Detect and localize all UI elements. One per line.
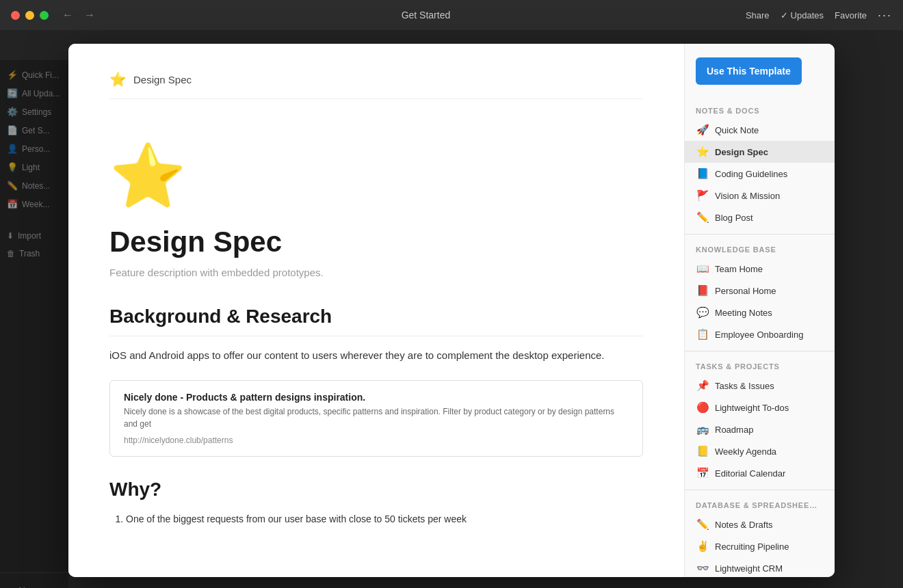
maximize-button[interactable]	[40, 11, 49, 20]
weeklyagenda-icon: 📒	[696, 445, 709, 457]
favorite-button[interactable]: Favorite	[835, 10, 867, 21]
template-item-notesdrafts[interactable]: ✏️ Notes & Drafts	[685, 513, 835, 535]
divider-3	[685, 490, 835, 490]
template-item-label-vision: Vision & Mission	[715, 191, 780, 201]
template-item-quicknote[interactable]: 🚀 Quick Note	[685, 119, 835, 141]
close-button[interactable]	[11, 11, 20, 20]
template-item-label-personalhome: Personal Home	[715, 286, 776, 296]
blogpost-icon: ✏️	[696, 211, 709, 224]
designspec-icon: ⭐	[696, 146, 709, 158]
template-item-designspec[interactable]: ⭐ Design Spec	[685, 141, 835, 163]
personalhome-icon: 📕	[696, 284, 709, 297]
minimize-button[interactable]	[25, 11, 34, 20]
link-card-title: Nicely done - Products & pattern designs…	[124, 392, 629, 403]
doc-main-icon: ⭐	[109, 140, 643, 212]
section-title-why: Why?	[109, 479, 643, 500]
recruitingpipeline-icon: ✌️	[696, 540, 709, 552]
template-item-label-designspec: Design Spec	[715, 147, 768, 157]
template-item-tasksissues[interactable]: 📌 Tasks & Issues	[685, 375, 835, 397]
more-button[interactable]: ···	[878, 8, 892, 23]
template-item-label-weeklyagenda: Weekly Agenda	[715, 446, 776, 457]
template-item-recruitingpipeline[interactable]: ✌️ Recruiting Pipeline	[685, 535, 835, 557]
template-item-label-recruitingpipeline: Recruiting Pipeline	[715, 542, 789, 552]
modal-doc-header: ⭐ Design Spec	[109, 71, 643, 99]
modal-sidebar: Use This Template NOTES & DOCS 🚀 Quick N…	[684, 44, 835, 577]
template-item-label-lightweighttodos: Lightweight To-dos	[715, 403, 789, 413]
template-item-label-employeeonboarding: Employee Onboarding	[715, 330, 803, 340]
roadmap-icon: 🚌	[696, 423, 709, 436]
template-section-kb: KNOWLEDGE BASE	[685, 240, 835, 258]
template-item-label-quicknote: Quick Note	[715, 125, 759, 135]
titlebar: ← → Get Started Share ✓ Updates Favorite…	[0, 0, 903, 30]
template-item-personalhome[interactable]: 📕 Personal Home	[685, 280, 835, 302]
link-card[interactable]: Nicely done - Products & pattern designs…	[109, 380, 643, 457]
template-item-editorialcalendar[interactable]: 📅 Editorial Calendar	[685, 462, 835, 484]
link-card-desc: Nicely done is a showcase of the best di…	[124, 405, 629, 430]
doc-subtitle: Feature description with embedded protot…	[109, 267, 643, 278]
template-section-notes-docs: NOTES & DOCS	[685, 101, 835, 119]
template-item-label-roadmap: Roadmap	[715, 425, 753, 435]
nav-buttons: ← →	[60, 8, 98, 23]
template-item-employeeonboarding[interactable]: 📋 Employee Onboarding	[685, 323, 835, 345]
template-item-lightweighttodos[interactable]: 🔴 Lightweight To-dos	[685, 397, 835, 418]
template-item-label-teamhome: Team Home	[715, 264, 763, 274]
link-card-url: http://nicelydone.club/patterns	[124, 436, 629, 445]
modal-header-icon: ⭐	[109, 71, 127, 88]
meetingnotes-icon: 💬	[696, 306, 709, 319]
template-item-label-editorialcalendar: Editorial Calendar	[715, 468, 785, 479]
template-item-vision[interactable]: 🚩 Vision & Mission	[685, 185, 835, 206]
template-item-lightweightcrm[interactable]: 👓 Lightweight CRM	[685, 557, 835, 577]
checkmark-icon: ✓	[781, 10, 788, 21]
teamhome-icon: 📖	[696, 263, 709, 275]
lightweightcrm-icon: 👓	[696, 562, 709, 574]
divider-1	[685, 234, 835, 235]
template-item-roadmap[interactable]: 🚌 Roadmap	[685, 418, 835, 440]
template-item-label-meetingnotes: Meeting Notes	[715, 308, 772, 318]
template-item-label-notesdrafts: Notes & Drafts	[715, 520, 773, 530]
why-list: One of the biggest requests from our use…	[109, 511, 643, 528]
template-section-db: DATABASE & SPREADSHEE...	[685, 496, 835, 513]
template-item-blogpost[interactable]: ✏️ Blog Post	[685, 206, 835, 228]
why-list-item: One of the biggest requests from our use…	[126, 511, 643, 528]
page-title: Get Started	[106, 10, 746, 21]
titlebar-actions: Share ✓ Updates Favorite ···	[746, 8, 892, 23]
tasksissues-icon: 📌	[696, 379, 709, 392]
template-item-weeklyagenda[interactable]: 📒 Weekly Agenda	[685, 440, 835, 462]
share-button[interactable]: Share	[746, 10, 770, 21]
editorialcalendar-icon: 📅	[696, 467, 709, 479]
template-item-label-codingguidelines: Coding Guidelines	[715, 169, 787, 179]
codingguidelines-icon: 📘	[696, 168, 709, 180]
template-item-codingguidelines[interactable]: 📘 Coding Guidelines	[685, 163, 835, 185]
template-item-label-lightweightcrm: Lightweight CRM	[715, 563, 783, 574]
section-text-background: iOS and Android apps to offer our conten…	[109, 347, 643, 364]
section-title-background: Background & Research	[109, 306, 643, 336]
vision-icon: 🚩	[696, 189, 709, 202]
quicknote-icon: 🚀	[696, 124, 709, 136]
template-item-label-tasksissues: Tasks & Issues	[715, 381, 774, 391]
traffic-lights	[11, 11, 49, 20]
lightweighttodos-icon: 🔴	[696, 401, 709, 414]
employeeonboarding-icon: 📋	[696, 328, 709, 340]
notesdrafts-icon: ✏️	[696, 518, 709, 531]
template-item-teamhome[interactable]: 📖 Team Home	[685, 258, 835, 280]
back-button[interactable]: ←	[60, 8, 76, 23]
modal-main-content: ⭐ Design Spec ⭐ Design Spec Feature desc…	[68, 44, 684, 577]
divider-2	[685, 351, 835, 351]
doc-title: Design Spec	[109, 226, 643, 258]
forward-button[interactable]: →	[81, 8, 98, 23]
modal-overlay: ⭐ Design Spec ⭐ Design Spec Feature desc…	[0, 30, 903, 588]
template-item-meetingnotes[interactable]: 💬 Meeting Notes	[685, 302, 835, 323]
template-item-label-blogpost: Blog Post	[715, 213, 753, 223]
template-section-tasks: TASKS & PROJECTS	[685, 357, 835, 375]
template-modal: ⭐ Design Spec ⭐ Design Spec Feature desc…	[68, 44, 835, 577]
use-template-button[interactable]: Use This Template	[696, 57, 802, 85]
updates-button[interactable]: ✓ Updates	[781, 10, 824, 21]
modal-header-title: Design Spec	[133, 74, 192, 85]
